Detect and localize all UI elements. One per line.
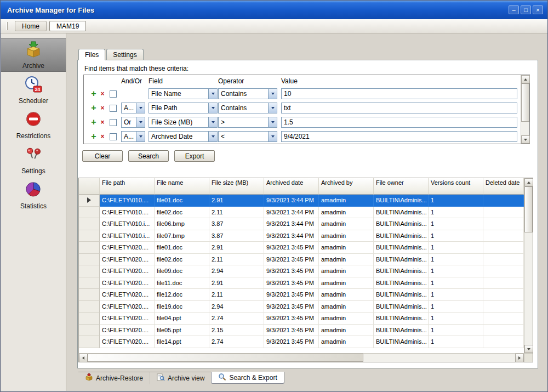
svg-text:24: 24 [35,87,41,92]
scroll-right-icon[interactable] [515,354,524,362]
scroll-up-icon[interactable] [521,75,530,83]
andor-select[interactable]: A... [121,103,145,113]
sidebar-item-label: Scheduler [19,97,48,105]
row-selector[interactable] [79,218,100,230]
criteria-checkbox[interactable] [110,90,117,98]
criteria-checkbox[interactable] [110,133,117,140]
row-selector[interactable] [79,195,100,207]
table-row[interactable]: C:\FILETY\020....file01.doc2.919/3/2021 … [79,242,524,254]
horizontal-scrollbar[interactable] [79,353,524,362]
operator-select[interactable]: < [218,131,277,142]
value-input[interactable] [281,88,517,99]
row-selector[interactable] [79,254,100,266]
tab-search-export[interactable]: Search & Export [211,372,284,384]
pushpin-icon [24,145,43,166]
add-criteria-icon[interactable]: + [89,103,98,113]
scroll-left-icon[interactable] [79,354,88,362]
table-row[interactable]: C:\FILETY\010.i...file07.bmp3.879/3/2021… [79,230,524,242]
close-button[interactable]: × [533,5,543,14]
sidebar-item-scheduler[interactable]: 24 Scheduler [1,73,66,107]
column-header[interactable]: File name [155,178,209,195]
tab-archive-view[interactable]: Archive view [150,372,211,384]
criteria-header-andor: And/Or [121,77,149,85]
table-row[interactable]: C:\FILETY\020....file09.doc2.949/3/2021 … [79,265,524,277]
andor-select[interactable]: A... [121,131,145,142]
field-select[interactable]: File Path [149,103,218,113]
row-selector[interactable] [79,289,100,301]
criteria-checkbox[interactable] [110,119,117,126]
scroll-down-icon[interactable] [524,345,533,353]
scrollbar-thumb[interactable] [524,186,533,232]
column-header[interactable]: Archived date [264,178,319,195]
operator-select[interactable]: Contains [218,103,277,113]
clear-button[interactable]: Clear [82,150,123,162]
criteria-scrollbar[interactable] [521,75,529,144]
operator-select[interactable]: Contains [218,88,277,99]
row-selector[interactable] [79,325,100,337]
table-row[interactable]: C:\FILETY\020....file05.ppt2.159/3/2021 … [79,325,524,337]
operator-select[interactable]: > [218,117,277,128]
field-select[interactable]: Archived Date [149,131,218,142]
value-input[interactable] [281,131,517,142]
column-header[interactable]: Deleted date [483,178,524,195]
table-row[interactable]: C:\FILETY\020....file14.ppt2.749/3/2021 … [79,336,524,348]
sidebar-item-restrictions[interactable]: Restrictions [1,108,66,142]
sidebar-item-settings[interactable]: Settings [1,143,66,177]
scroll-up-icon[interactable] [524,178,533,186]
remove-criteria-icon[interactable]: × [98,104,107,112]
sidebar-item-statistics[interactable]: Statistics [1,178,66,212]
chevron-down-icon [268,117,277,127]
row-selector[interactable] [79,301,100,313]
row-selector[interactable] [79,207,100,219]
maximize-button[interactable]: □ [521,5,531,14]
column-header[interactable]: File owner [374,178,429,195]
add-criteria-icon[interactable]: + [89,132,98,141]
field-select[interactable]: File Size (MB) [149,117,218,128]
table-row[interactable]: C:\FILETY\010....file02.doc2.119/3/2021 … [79,207,524,219]
tab-archive-restore[interactable]: Archive-Restore [78,372,150,384]
add-criteria-icon[interactable]: + [89,89,98,99]
column-header[interactable]: Versions count [429,178,483,195]
add-criteria-icon[interactable]: + [89,117,98,127]
value-input[interactable] [281,103,517,113]
table-row[interactable]: C:\FILETY\020....file02.doc2.119/3/2021 … [79,254,524,266]
row-selector[interactable] [79,230,100,242]
remove-criteria-icon[interactable]: × [98,90,107,98]
window-controls: – □ × [509,5,547,14]
sidebar-item-archive[interactable]: Archive [1,38,66,72]
row-selector[interactable] [79,265,100,277]
row-selector[interactable] [79,336,100,348]
scrollbar-thumb[interactable] [88,354,363,362]
export-button[interactable]: Export [174,150,215,162]
scroll-down-icon[interactable] [521,135,530,144]
table-cell: 1 [429,242,483,254]
table-row[interactable]: C:\FILETY\020....file19.doc2.949/3/2021 … [79,301,524,313]
row-selector[interactable] [79,313,100,325]
table-row[interactable]: C:\FILETY\020....file12.doc2.119/3/2021 … [79,289,524,301]
scrollbar-thumb[interactable] [521,83,529,122]
nav-mam19[interactable]: MAM19 [49,21,86,31]
row-selector[interactable] [79,242,100,254]
column-header[interactable]: Archived by [319,178,374,195]
andor-select[interactable]: Or [121,117,145,128]
table-row[interactable]: C:\FILETY\010....file01.doc2.919/3/2021 … [79,195,524,207]
search-button[interactable]: Search [128,150,169,162]
criteria-checkbox[interactable] [110,105,117,112]
field-select[interactable]: File Name [149,88,218,99]
tab-settings[interactable]: Settings [106,49,143,60]
remove-criteria-icon[interactable]: × [98,118,107,126]
minimize-button[interactable]: – [509,5,519,14]
column-header[interactable]: File path [100,178,155,195]
pie-chart-icon [24,180,43,201]
criteria-row: + × A... File Path Contains [84,101,521,115]
row-selector[interactable] [79,277,100,289]
table-row[interactable]: C:\FILETY\020....file04.ppt2.749/3/2021 … [79,313,524,325]
table-row[interactable]: C:\FILETY\020....file11.doc2.919/3/2021 … [79,277,524,289]
nav-home[interactable]: Home [15,21,47,31]
vertical-scrollbar[interactable] [524,178,533,353]
column-header[interactable]: File size (MB) [209,178,264,195]
table-row[interactable]: C:\FILETY\010.i...file06.bmp3.879/3/2021… [79,218,524,230]
tab-files[interactable]: Files [78,49,105,60]
remove-criteria-icon[interactable]: × [98,133,107,140]
value-input[interactable] [281,117,517,128]
